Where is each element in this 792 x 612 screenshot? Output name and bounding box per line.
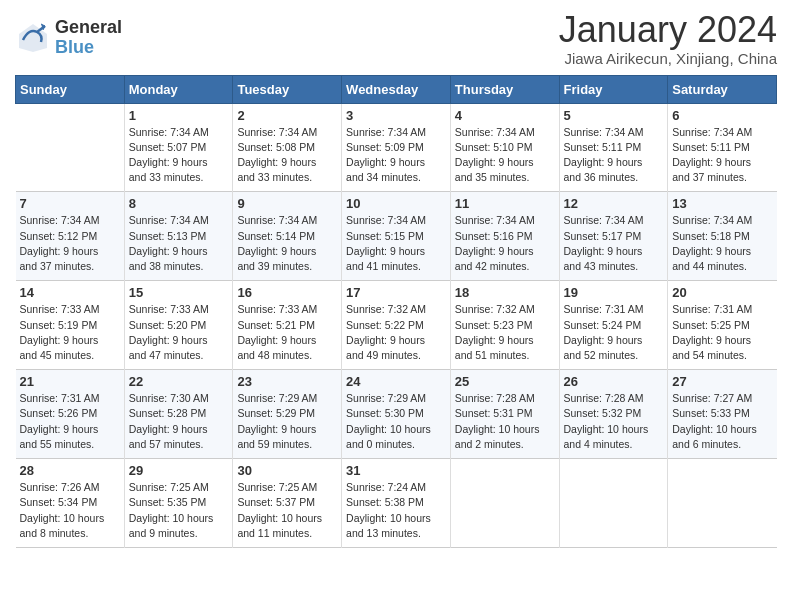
day-info: Sunrise: 7:34 AMSunset: 5:11 PMDaylight:… [672,125,772,186]
calendar-cell: 6Sunrise: 7:34 AMSunset: 5:11 PMDaylight… [668,103,777,192]
calendar-cell: 13Sunrise: 7:34 AMSunset: 5:18 PMDayligh… [668,192,777,281]
calendar-week-1: 7Sunrise: 7:34 AMSunset: 5:12 PMDaylight… [16,192,777,281]
header-tuesday: Tuesday [233,75,342,103]
day-info: Sunrise: 7:31 AMSunset: 5:26 PMDaylight:… [20,391,120,452]
day-number: 28 [20,463,120,478]
day-info: Sunrise: 7:28 AMSunset: 5:32 PMDaylight:… [564,391,664,452]
day-info: Sunrise: 7:34 AMSunset: 5:10 PMDaylight:… [455,125,555,186]
day-number: 22 [129,374,229,389]
calendar-cell: 12Sunrise: 7:34 AMSunset: 5:17 PMDayligh… [559,192,668,281]
calendar-cell: 7Sunrise: 7:34 AMSunset: 5:12 PMDaylight… [16,192,125,281]
calendar-cell: 8Sunrise: 7:34 AMSunset: 5:13 PMDaylight… [124,192,233,281]
day-number: 5 [564,108,664,123]
day-number: 8 [129,196,229,211]
calendar-week-4: 28Sunrise: 7:26 AMSunset: 5:34 PMDayligh… [16,459,777,548]
calendar-cell: 19Sunrise: 7:31 AMSunset: 5:24 PMDayligh… [559,281,668,370]
day-number: 2 [237,108,337,123]
day-number: 27 [672,374,772,389]
header-wednesday: Wednesday [342,75,451,103]
calendar-cell: 31Sunrise: 7:24 AMSunset: 5:38 PMDayligh… [342,459,451,548]
header-monday: Monday [124,75,233,103]
calendar-cell: 11Sunrise: 7:34 AMSunset: 5:16 PMDayligh… [450,192,559,281]
title-block: January 2024 Jiawa Airikecun, Xinjiang, … [559,10,777,67]
day-number: 11 [455,196,555,211]
calendar-week-0: 1Sunrise: 7:34 AMSunset: 5:07 PMDaylight… [16,103,777,192]
day-number: 15 [129,285,229,300]
calendar-cell [450,459,559,548]
day-info: Sunrise: 7:34 AMSunset: 5:15 PMDaylight:… [346,213,446,274]
calendar-cell: 21Sunrise: 7:31 AMSunset: 5:26 PMDayligh… [16,370,125,459]
calendar-week-3: 21Sunrise: 7:31 AMSunset: 5:26 PMDayligh… [16,370,777,459]
logo-blue: Blue [55,38,122,58]
day-number: 20 [672,285,772,300]
calendar-header: Sunday Monday Tuesday Wednesday Thursday… [16,75,777,103]
day-number: 1 [129,108,229,123]
day-number: 6 [672,108,772,123]
day-info: Sunrise: 7:33 AMSunset: 5:20 PMDaylight:… [129,302,229,363]
day-info: Sunrise: 7:34 AMSunset: 5:08 PMDaylight:… [237,125,337,186]
calendar-cell: 28Sunrise: 7:26 AMSunset: 5:34 PMDayligh… [16,459,125,548]
header-saturday: Saturday [668,75,777,103]
logo-text: General Blue [55,18,122,58]
calendar-body: 1Sunrise: 7:34 AMSunset: 5:07 PMDaylight… [16,103,777,547]
day-number: 9 [237,196,337,211]
day-info: Sunrise: 7:33 AMSunset: 5:19 PMDaylight:… [20,302,120,363]
day-info: Sunrise: 7:24 AMSunset: 5:38 PMDaylight:… [346,480,446,541]
calendar-cell: 30Sunrise: 7:25 AMSunset: 5:37 PMDayligh… [233,459,342,548]
day-info: Sunrise: 7:26 AMSunset: 5:34 PMDaylight:… [20,480,120,541]
calendar-cell: 17Sunrise: 7:32 AMSunset: 5:22 PMDayligh… [342,281,451,370]
logo: General Blue [15,18,122,58]
calendar-cell [668,459,777,548]
day-number: 29 [129,463,229,478]
day-number: 14 [20,285,120,300]
day-number: 23 [237,374,337,389]
calendar-cell [559,459,668,548]
day-number: 26 [564,374,664,389]
day-number: 31 [346,463,446,478]
day-info: Sunrise: 7:34 AMSunset: 5:11 PMDaylight:… [564,125,664,186]
calendar-cell: 18Sunrise: 7:32 AMSunset: 5:23 PMDayligh… [450,281,559,370]
calendar-week-2: 14Sunrise: 7:33 AMSunset: 5:19 PMDayligh… [16,281,777,370]
day-number: 19 [564,285,664,300]
day-number: 25 [455,374,555,389]
month-title: January 2024 [559,10,777,50]
day-info: Sunrise: 7:29 AMSunset: 5:30 PMDaylight:… [346,391,446,452]
day-number: 7 [20,196,120,211]
day-info: Sunrise: 7:31 AMSunset: 5:24 PMDaylight:… [564,302,664,363]
day-number: 12 [564,196,664,211]
calendar-cell: 5Sunrise: 7:34 AMSunset: 5:11 PMDaylight… [559,103,668,192]
calendar-cell: 23Sunrise: 7:29 AMSunset: 5:29 PMDayligh… [233,370,342,459]
calendar-cell [16,103,125,192]
day-info: Sunrise: 7:34 AMSunset: 5:12 PMDaylight:… [20,213,120,274]
day-number: 10 [346,196,446,211]
day-info: Sunrise: 7:25 AMSunset: 5:37 PMDaylight:… [237,480,337,541]
day-info: Sunrise: 7:31 AMSunset: 5:25 PMDaylight:… [672,302,772,363]
day-info: Sunrise: 7:34 AMSunset: 5:09 PMDaylight:… [346,125,446,186]
calendar-cell: 26Sunrise: 7:28 AMSunset: 5:32 PMDayligh… [559,370,668,459]
day-info: Sunrise: 7:34 AMSunset: 5:18 PMDaylight:… [672,213,772,274]
calendar-cell: 4Sunrise: 7:34 AMSunset: 5:10 PMDaylight… [450,103,559,192]
day-info: Sunrise: 7:34 AMSunset: 5:07 PMDaylight:… [129,125,229,186]
day-number: 17 [346,285,446,300]
day-number: 13 [672,196,772,211]
calendar-cell: 14Sunrise: 7:33 AMSunset: 5:19 PMDayligh… [16,281,125,370]
calendar-table: Sunday Monday Tuesday Wednesday Thursday… [15,75,777,548]
calendar-cell: 9Sunrise: 7:34 AMSunset: 5:14 PMDaylight… [233,192,342,281]
day-info: Sunrise: 7:25 AMSunset: 5:35 PMDaylight:… [129,480,229,541]
day-info: Sunrise: 7:30 AMSunset: 5:28 PMDaylight:… [129,391,229,452]
calendar-cell: 10Sunrise: 7:34 AMSunset: 5:15 PMDayligh… [342,192,451,281]
page-header: General Blue January 2024 Jiawa Airikecu… [15,10,777,67]
calendar-cell: 15Sunrise: 7:33 AMSunset: 5:20 PMDayligh… [124,281,233,370]
calendar-cell: 22Sunrise: 7:30 AMSunset: 5:28 PMDayligh… [124,370,233,459]
header-friday: Friday [559,75,668,103]
day-info: Sunrise: 7:33 AMSunset: 5:21 PMDaylight:… [237,302,337,363]
calendar-cell: 25Sunrise: 7:28 AMSunset: 5:31 PMDayligh… [450,370,559,459]
day-info: Sunrise: 7:28 AMSunset: 5:31 PMDaylight:… [455,391,555,452]
day-info: Sunrise: 7:32 AMSunset: 5:23 PMDaylight:… [455,302,555,363]
day-info: Sunrise: 7:34 AMSunset: 5:17 PMDaylight:… [564,213,664,274]
day-info: Sunrise: 7:34 AMSunset: 5:13 PMDaylight:… [129,213,229,274]
header-sunday: Sunday [16,75,125,103]
calendar-cell: 1Sunrise: 7:34 AMSunset: 5:07 PMDaylight… [124,103,233,192]
calendar-cell: 16Sunrise: 7:33 AMSunset: 5:21 PMDayligh… [233,281,342,370]
day-number: 24 [346,374,446,389]
